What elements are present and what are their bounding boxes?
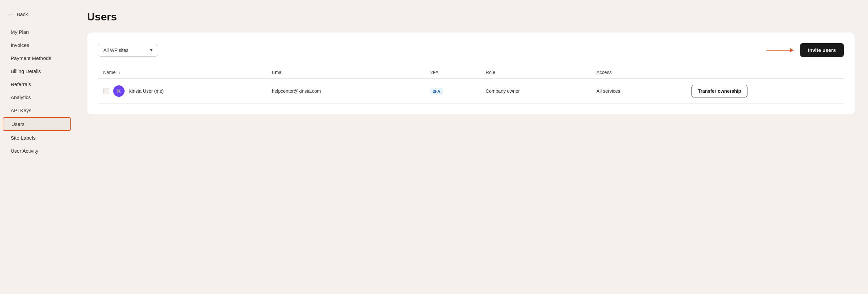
transfer-ownership-button[interactable]: Transfer ownership: [691, 85, 747, 97]
page-title: Users: [87, 11, 855, 23]
sidebar-item-user-activity[interactable]: User Activity: [3, 145, 71, 157]
sidebar-item-payment-methods[interactable]: Payment Methods: [3, 52, 71, 64]
table-header: Name ↑ Email 2FA Role Access: [98, 66, 844, 79]
col-header-name: Name ↑: [98, 66, 267, 79]
sidebar-nav: My Plan Invoices Payment Methods Billing…: [0, 26, 74, 157]
content-card: All WP sites Specific sites ▼ Invite use…: [87, 32, 855, 115]
back-label: Back: [17, 11, 28, 17]
toolbar-right: Invite users: [767, 43, 844, 57]
row-checkbox[interactable]: [103, 88, 109, 94]
cell-twofa: 2FA: [425, 79, 480, 104]
arrow-indicator: [767, 50, 793, 51]
cell-email: helpcenter@kinsta.com: [267, 79, 425, 104]
sidebar-item-analytics[interactable]: Analytics: [3, 91, 71, 103]
sidebar-item-referrals[interactable]: Referrals: [3, 78, 71, 90]
col-header-role: Role: [480, 66, 591, 79]
cell-access: All services: [591, 79, 686, 104]
sidebar: ← Back My Plan Invoices Payment Methods …: [0, 0, 74, 294]
site-filter-wrapper: All WP sites Specific sites ▼: [98, 44, 158, 57]
user-display-name: Kinsta User (me): [129, 88, 164, 94]
avatar: K: [113, 86, 125, 97]
users-table: Name ↑ Email 2FA Role Access: [98, 66, 844, 104]
main-content: Users All WP sites Specific sites ▼ Invi…: [74, 0, 868, 294]
invite-users-button[interactable]: Invite users: [800, 43, 844, 57]
sidebar-item-my-plan[interactable]: My Plan: [3, 26, 71, 38]
col-header-access: Access: [591, 66, 686, 79]
twofa-badge: 2FA: [430, 88, 443, 95]
cell-role: Company owner: [480, 79, 591, 104]
back-button[interactable]: ← Back: [0, 8, 74, 26]
col-header-email: Email: [267, 66, 425, 79]
sidebar-item-users[interactable]: Users: [3, 117, 71, 131]
back-arrow-icon: ←: [8, 11, 14, 18]
col-header-twofa: 2FA: [425, 66, 480, 79]
cell-action: Transfer ownership: [686, 79, 844, 104]
sort-asc-icon: ↑: [118, 70, 120, 75]
table-body: K Kinsta User (me) helpcenter@kinsta.com…: [98, 79, 844, 104]
toolbar: All WP sites Specific sites ▼ Invite use…: [98, 43, 844, 57]
sidebar-item-api-keys[interactable]: API Keys: [3, 104, 71, 117]
col-header-action: [686, 66, 844, 79]
sidebar-item-invoices[interactable]: Invoices: [3, 39, 71, 51]
arrow-line-icon: [767, 50, 793, 51]
sidebar-item-billing-details[interactable]: Billing Details: [3, 65, 71, 77]
table-row: K Kinsta User (me) helpcenter@kinsta.com…: [98, 79, 844, 104]
site-filter-select[interactable]: All WP sites Specific sites: [98, 44, 158, 57]
cell-name: K Kinsta User (me): [98, 79, 267, 104]
sidebar-item-site-labels[interactable]: Site Labels: [3, 132, 71, 144]
